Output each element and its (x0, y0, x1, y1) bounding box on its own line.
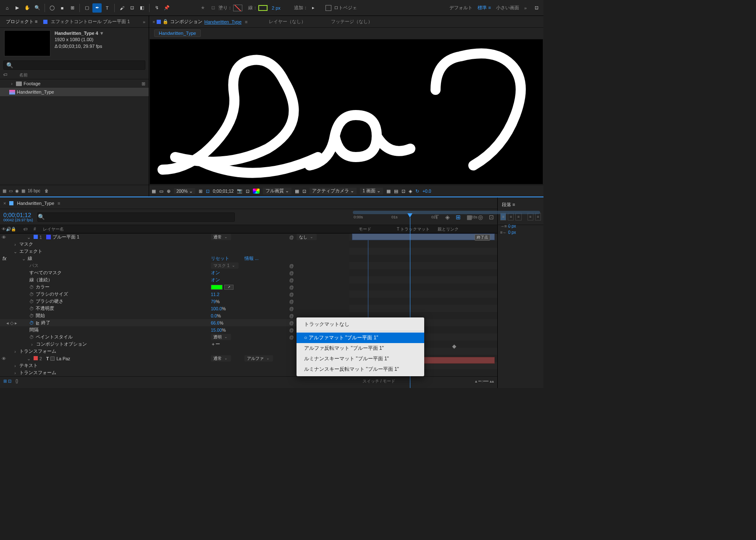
camera-tool[interactable]: ■ (58, 3, 67, 13)
zoom-tool[interactable]: 🔍 (33, 3, 42, 13)
text-tool[interactable]: T (102, 3, 112, 13)
close-tab[interactable]: × (152, 19, 155, 24)
rotobezier-checkbox[interactable] (326, 5, 331, 11)
brush-tool[interactable]: 🖌 (117, 3, 126, 13)
composition-viewer[interactable] (150, 39, 543, 184)
stopwatch-active-icon[interactable]: ⏱ (29, 320, 34, 325)
effect-stroke[interactable]: 線 (28, 256, 32, 262)
eraser-tool[interactable]: ◧ (137, 3, 147, 13)
footer-icon[interactable]: ▭ (9, 189, 13, 193)
menu-item-alpha[interactable]: アルファマット "ブルー平面 1" (297, 333, 424, 343)
refresh-icon[interactable]: ↻ (415, 189, 419, 194)
timeline-tab-name[interactable]: Handwritten_Type (17, 201, 54, 206)
snapshot-icon[interactable]: 📷 (237, 188, 242, 194)
layer-duration-bar[interactable]: 終了点 (352, 233, 495, 240)
work-area-bar[interactable] (353, 211, 540, 214)
project-tab[interactable]: プロジェクト ≡ (3, 17, 40, 26)
fill-swatch[interactable] (233, 5, 242, 11)
blend-mode-dropdown[interactable]: 通常 (211, 355, 231, 362)
workspace-small[interactable]: 小さい画面 (496, 5, 519, 11)
orbit-tool[interactable]: ◯ (47, 3, 57, 13)
layer-name[interactable]: ブルー平面 1 (52, 234, 79, 240)
footer-icon[interactable]: ▦ (386, 189, 391, 194)
home-tool[interactable]: ⌂ (3, 3, 12, 13)
snap-icon[interactable]: ⊡ (208, 3, 218, 13)
timeline-timecode[interactable]: 0;00;01;12 (3, 212, 33, 218)
flowchart-icon[interactable]: ⊞ (142, 81, 145, 87)
puppet-tool[interactable]: 📌 (162, 3, 171, 13)
footer-icon[interactable]: ▦ (21, 189, 25, 193)
stroke-width[interactable]: 2 px (272, 5, 281, 10)
selection-tool[interactable]: ▶ (13, 3, 22, 13)
switches-modes-toggle[interactable]: スイッチ / モード (362, 378, 395, 384)
footer-toggle[interactable]: ⊞ ⊡ (3, 379, 11, 383)
comp-title[interactable]: Handwritten_Type 4 (55, 30, 104, 37)
folder-item[interactable]: › Footage ⊞ (0, 79, 149, 88)
endpoint-marker[interactable]: 終了点 (475, 234, 490, 241)
footer-icon[interactable]: ⊡ (206, 189, 210, 194)
footer-icon[interactable]: ▤ (394, 189, 398, 194)
footer-icon[interactable]: ⊡ (302, 189, 306, 194)
lock-icon[interactable]: 🔒 (163, 19, 168, 24)
paragraph-tab[interactable]: 段落 ≡ (500, 200, 541, 210)
composition-item[interactable]: Handwritten_Type (0, 88, 149, 96)
footage-tab[interactable]: フッテージ（なし） (331, 18, 373, 25)
comp-tab-name[interactable]: Handwritten_Type (204, 19, 242, 24)
exposure-value[interactable]: +0.0 (423, 189, 431, 194)
layer-tab[interactable]: レイヤー（なし） (269, 18, 306, 25)
visibility-toggle[interactable]: 👁 (2, 356, 6, 361)
timeline-search[interactable] (37, 212, 235, 222)
views-dropdown[interactable]: 1 画面 ⌄ (360, 188, 383, 194)
playhead[interactable] (407, 213, 412, 218)
footer-icon[interactable]: ◉ (15, 189, 19, 193)
end-value[interactable]: 66.6 (211, 320, 219, 325)
comp-subtab[interactable]: Handwritten_Type (154, 29, 201, 37)
close-timeline-tab[interactable]: × (3, 201, 6, 206)
reset-link[interactable]: リセット (211, 256, 229, 261)
footer-icon[interactable]: ▭ (159, 189, 163, 194)
footer-toggle[interactable]: {} (16, 379, 18, 383)
bpc-label[interactable]: 16 bpc (28, 189, 40, 193)
label-color[interactable] (34, 235, 38, 239)
eye-header-icon[interactable]: 👁 (2, 227, 6, 231)
panel-overflow[interactable]: » (143, 19, 145, 24)
clone-tool[interactable]: ⊡ (127, 3, 136, 13)
label-color[interactable] (34, 356, 38, 360)
keyframe-diamond[interactable] (452, 345, 457, 349)
stroke-swatch[interactable] (258, 5, 268, 11)
tag-icon[interactable]: 🏷 (3, 72, 19, 78)
footer-icon[interactable]: ◈ (409, 189, 412, 194)
pan-behind-tool[interactable]: ⊞ (68, 3, 77, 13)
col-parent[interactable]: 親とリンク (434, 226, 497, 232)
workspace-standard[interactable]: 標準 ≡ (478, 5, 491, 11)
layer-name[interactable]: La Paz (56, 356, 70, 361)
col-number[interactable]: # (34, 227, 40, 231)
pickwhip-icon[interactable]: @ (288, 235, 295, 240)
color-value[interactable] (211, 285, 223, 290)
viewer-timecode[interactable]: 0;00;01;12 (213, 189, 234, 194)
footer-icon[interactable]: ▦ (3, 189, 6, 193)
footer-icon[interactable]: ⊞ (199, 189, 202, 194)
color-management-icon[interactable] (253, 189, 260, 194)
footer-icon[interactable]: ⊡ (246, 189, 249, 194)
menu-item-luma[interactable]: ルミナンスキーマット "ブルー平面 1" (297, 354, 424, 364)
comp-thumbnail[interactable] (4, 30, 50, 56)
eyedropper-icon[interactable]: ➚ (224, 285, 234, 290)
workspace-overflow[interactable]: » (524, 5, 527, 10)
path-dropdown[interactable]: マスク 1 (211, 262, 239, 269)
camera-dropdown[interactable]: アクティブカメラ ⌄ (310, 188, 357, 194)
visibility-toggle[interactable]: 👁 (2, 235, 6, 240)
fx-badge[interactable]: fx (3, 256, 6, 262)
indent-value[interactable]: ≡← 0 px (500, 230, 541, 235)
time-ruler[interactable]: 0:00s 01s 02s 03s (349, 209, 543, 225)
stopwatch-icon[interactable]: ⏱ (29, 285, 34, 290)
menu-item-alpha-inv[interactable]: アルファ反転マット "ブルー平面 1" (297, 343, 424, 354)
pen-tool[interactable]: ✒ (92, 3, 102, 13)
col-layer-name[interactable]: レイヤー名 (40, 226, 359, 232)
trackmatte-dropdown[interactable]: アルファ (244, 355, 273, 362)
trash-icon[interactable]: 🗑 (45, 189, 49, 193)
allmasks-value[interactable]: オン (211, 270, 220, 275)
brushsize-value[interactable]: 11.2 (211, 292, 219, 297)
hand-tool[interactable]: ✋ (23, 3, 32, 13)
search-help-icon[interactable]: ⊡ (532, 3, 541, 13)
